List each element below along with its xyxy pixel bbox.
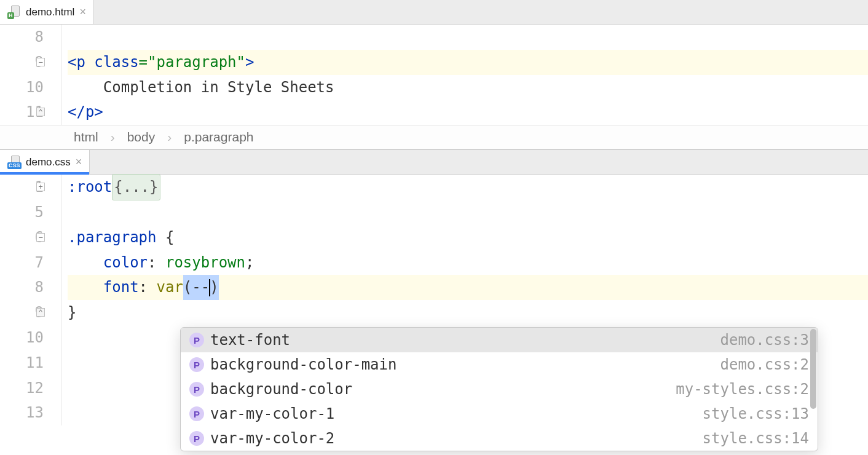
- folded-region[interactable]: {...}: [112, 174, 160, 200]
- code-line-9[interactable]: <p class="paragraph">: [68, 50, 868, 75]
- html-editor-pane: H demo.html × 8 9− 10 11⌃ <p class="para…: [0, 0, 868, 149]
- tab-demo-html[interactable]: H demo.html ×: [0, 0, 94, 24]
- property-icon: P: [189, 382, 204, 397]
- completion-popup: P text-font demo.css:3 P background-colo…: [180, 327, 818, 451]
- completion-label: var-my-color-2: [210, 430, 334, 447]
- scrollbar[interactable]: [810, 329, 816, 409]
- completion-origin: my-styles.css:2: [676, 381, 809, 398]
- html-file-icon: H: [7, 6, 21, 19]
- css-gutter: 1+ 5 6− 7 8 9⌃ 10 11 12 13: [0, 175, 61, 425]
- code-line-7[interactable]: color: rosybrown;: [68, 250, 868, 275]
- breadcrumb-item[interactable]: p.paragraph: [184, 130, 253, 144]
- code-line-6[interactable]: .paragraph {: [68, 225, 868, 250]
- completion-origin: demo.css:2: [720, 356, 810, 373]
- code-line-9[interactable]: }: [68, 300, 868, 325]
- breadcrumb-item[interactable]: html: [74, 130, 98, 144]
- completion-origin: style.css:14: [703, 430, 809, 447]
- property-icon: P: [189, 431, 204, 446]
- completion-label: background-color-main: [210, 356, 397, 373]
- tab-label: demo.html: [26, 6, 74, 18]
- completion-item[interactable]: P var-my-color-2 style.css:14: [181, 426, 818, 451]
- chevron-right-icon: ›: [167, 130, 172, 144]
- code-line-10[interactable]: Completion in Style Sheets: [68, 75, 868, 100]
- tab-demo-css[interactable]: CSS demo.css ×: [0, 150, 90, 174]
- property-icon: P: [189, 406, 204, 421]
- close-icon[interactable]: ×: [76, 156, 82, 168]
- code-line-8[interactable]: [68, 25, 868, 50]
- completion-item[interactable]: P var-my-color-1 style.css:13: [181, 402, 818, 426]
- property-icon: P: [189, 333, 204, 347]
- completion-item[interactable]: P background-color-main demo.css:2: [181, 352, 818, 377]
- property-icon: P: [189, 357, 204, 372]
- completion-item[interactable]: P text-font demo.css:3: [181, 328, 818, 352]
- html-tab-bar: H demo.html ×: [0, 0, 868, 25]
- tab-label: demo.css: [26, 156, 71, 168]
- css-tab-bar: CSS demo.css ×: [0, 150, 868, 175]
- code-line-1[interactable]: :root{...}: [68, 175, 868, 200]
- completion-origin: style.css:13: [703, 405, 809, 422]
- completion-label: background-color: [210, 381, 352, 398]
- css-file-icon: CSS: [7, 156, 21, 169]
- breadcrumbs: html › body › p.paragraph: [0, 125, 868, 149]
- code-line-5[interactable]: [68, 200, 868, 225]
- close-icon[interactable]: ×: [79, 6, 86, 18]
- html-code-area[interactable]: 8 9− 10 11⌃ <p class="paragraph"> Comple…: [0, 25, 868, 125]
- code-line-8[interactable]: font: var(--): [68, 275, 868, 300]
- completion-origin: demo.css:3: [720, 331, 810, 349]
- completion-label: var-my-color-1: [210, 405, 334, 422]
- completion-label: text-font: [210, 331, 290, 349]
- completion-item[interactable]: P background-color my-styles.css:2: [181, 377, 818, 402]
- html-gutter: 8 9− 10 11⌃: [0, 25, 61, 125]
- breadcrumb-item[interactable]: body: [127, 130, 156, 144]
- chevron-right-icon: ›: [111, 130, 115, 144]
- code-line-11[interactable]: </p>: [68, 100, 868, 125]
